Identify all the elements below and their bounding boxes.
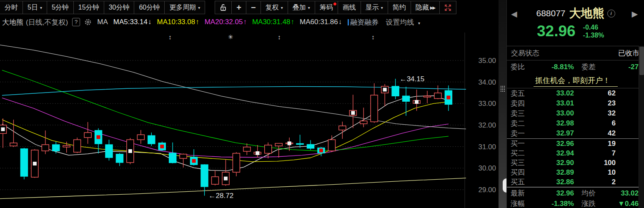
candle-up	[42, 145, 49, 151]
info-icon[interactable]: i	[607, 10, 615, 18]
tool-button-group: +−复权▾叠加▾筹码画线显示▾简约隐藏▶▶	[215, 0, 456, 14]
candle-marker-white	[128, 149, 132, 153]
pct-change-value: -1.38%	[534, 200, 574, 208]
bid-row[interactable]: 买三32.90100	[507, 158, 644, 168]
abs-change-label: 涨跌	[574, 199, 607, 208]
scrollbar-thumb[interactable]	[639, 47, 644, 75]
price-change-block: -0.46 -1.38%	[583, 23, 604, 39]
ask-row[interactable]: 卖三33.0032	[507, 108, 644, 118]
ask-row[interactable]: 卖二32.986	[507, 118, 644, 128]
weicha-label: 委差	[574, 62, 607, 72]
bid-row[interactable]: 买五32.862	[507, 177, 644, 187]
ma-legend-item: MA20:32.05↑	[205, 18, 247, 26]
event-marker-updown-icon: ↕	[168, 33, 172, 40]
ask-row[interactable]: 卖一32.9742	[507, 128, 644, 138]
next-stock-arrow-icon[interactable]: ▶	[631, 9, 638, 19]
candle-up	[265, 145, 272, 153]
period-tab-label: 60分钟	[139, 3, 160, 12]
chevron-down-icon: ▾	[281, 5, 283, 10]
candle-up	[84, 133, 91, 138]
quote-panel: ◀ 688077 大地熊 i ▶ 32.96 -0.46 -1.38% 交易状态…	[506, 0, 644, 208]
candle-marker-red	[446, 95, 450, 99]
order-price: 33.00	[534, 109, 574, 118]
candle-down	[201, 165, 208, 187]
order-volume: 2	[574, 178, 616, 186]
order-volume: 100	[574, 159, 616, 167]
period-tab[interactable]: 更多周期▾	[164, 1, 205, 14]
order-level-label: 买五	[507, 177, 534, 187]
period-tab[interactable]: 5日▾	[23, 1, 47, 14]
chevron-down-icon: ▾	[418, 21, 420, 25]
panel-collapse-handle[interactable]	[503, 178, 506, 193]
stock-code: 688077	[536, 8, 565, 18]
tool-button[interactable]: 复权▾	[261, 1, 288, 14]
bid-row[interactable]: 买二32.947	[507, 148, 644, 158]
gear-icon[interactable]	[84, 18, 92, 26]
period-tab[interactable]: 30分钟	[104, 1, 135, 14]
ma-legend-value: MA5:33.14	[113, 18, 148, 26]
candle-marker-white	[1, 128, 5, 131]
zoom-out-icon[interactable]: −	[246, 1, 261, 14]
ask-row[interactable]: 卖四33.0123	[507, 98, 644, 108]
tool-button[interactable]: 画线	[338, 1, 361, 14]
candle-marker-white	[288, 141, 291, 145]
candle-down	[148, 135, 155, 144]
fullscreen-icon[interactable]	[439, 1, 456, 14]
tool-button[interactable]: 筹码	[315, 1, 338, 14]
tool-button[interactable]: 简约	[388, 1, 411, 14]
ma-legend-value: MA20:32.05	[205, 18, 243, 26]
open-account-ad-link[interactable]: 抓住机会，即刻开户！	[534, 75, 618, 87]
order-level-label: 卖二	[507, 119, 534, 128]
candle-up	[424, 96, 431, 97]
tool-button-label: 画线	[343, 3, 356, 12]
y-axis-label: 29.00	[478, 186, 496, 194]
tool-button[interactable]: 叠加▾	[288, 1, 315, 14]
panel-splitter[interactable]	[499, 0, 506, 208]
margin-flag-icon	[348, 19, 349, 25]
margin-trading-tab[interactable]: 融资融券	[348, 18, 378, 27]
price-annotation: ←34.15	[400, 75, 425, 83]
candle-down	[296, 143, 303, 144]
y-axis-label: 32.00	[478, 121, 496, 129]
event-marker-updown-icon: ↕	[278, 33, 281, 40]
order-level-label: 卖三	[507, 109, 534, 118]
stock-name: 大地熊	[569, 5, 604, 21]
period-tab-label: 30分钟	[109, 3, 130, 12]
candle-down	[307, 145, 314, 148]
y-axis-label: 35.00	[478, 57, 496, 65]
tool-button[interactable]: 显示▾	[361, 1, 388, 14]
candle-down	[169, 153, 176, 163]
candle-up	[233, 153, 240, 172]
candle-marker-white	[415, 100, 418, 104]
stock-app-window: 35.0034.0033.0032.0031.0030.0029.00←34.1…	[0, 0, 644, 208]
order-volume: 10	[574, 168, 616, 177]
help-icon[interactable]: ?	[72, 18, 80, 26]
order-price: 32.90	[534, 159, 574, 167]
ask-row[interactable]: 卖五33.0262	[507, 88, 644, 98]
tool-button[interactable]: 隐藏▶▶	[411, 1, 440, 14]
ma-line-ma20	[2, 98, 449, 158]
ma-legend-item: MA30:31.48↑	[252, 18, 294, 26]
ma-settings-button[interactable]: 设置均线 ▾	[386, 18, 420, 27]
period-tab[interactable]: 分时	[0, 1, 23, 14]
period-tab[interactable]: 5分钟	[47, 1, 74, 14]
period-toolbar: 分时5日▾5分钟15分钟30分钟60分钟更多周期▾ +−复权▾叠加▾筹码画线显示…	[0, 0, 499, 15]
zoom-in-icon[interactable]: +	[231, 1, 246, 14]
candlestick-chart[interactable]: 35.0034.0033.0032.0031.0030.0029.00←34.1…	[0, 0, 499, 208]
lock-open-icon[interactable]	[215, 1, 232, 14]
panel-scrollbar[interactable]	[639, 46, 644, 208]
order-price: 32.97	[534, 129, 574, 138]
period-tab[interactable]: 60分钟	[134, 1, 165, 14]
y-axis-label: 30.00	[478, 164, 496, 172]
splitter-grip-icon[interactable]	[500, 85, 505, 92]
bid-row[interactable]: 买四32.8910	[507, 168, 644, 177]
prev-stock-arrow-icon[interactable]: ◀	[511, 9, 517, 19]
candle-down	[53, 145, 60, 151]
pct-change-label: 涨幅	[507, 199, 534, 208]
price-row: 32.96 -0.46 -1.38%	[507, 22, 644, 41]
candle-up	[10, 143, 17, 146]
bid-row[interactable]: 买一32.9619	[507, 139, 644, 148]
period-tab[interactable]: 15分钟	[73, 1, 104, 14]
notification-dot-icon	[333, 3, 336, 5]
period-tab-label: 15分钟	[78, 3, 99, 12]
